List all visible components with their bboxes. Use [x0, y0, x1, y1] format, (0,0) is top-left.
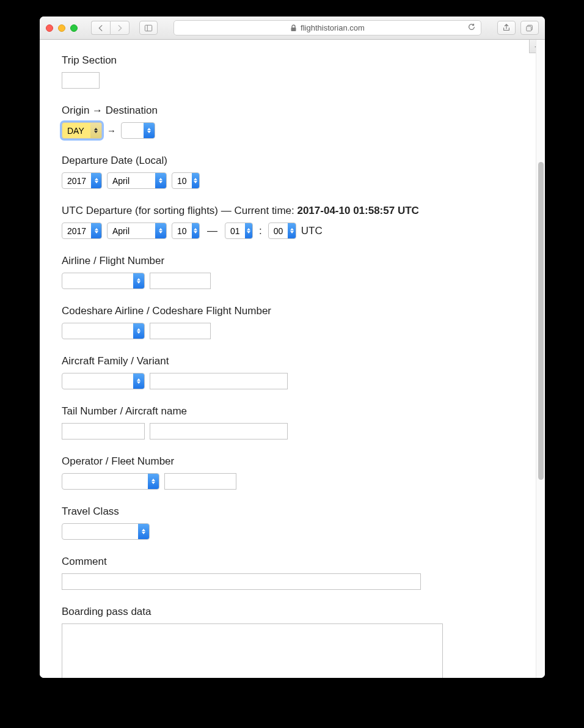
select-stepper-icon [133, 323, 144, 339]
svg-rect-0 [145, 25, 151, 31]
utc-tz-label: UTC [301, 225, 323, 237]
minimize-window-button[interactable] [58, 24, 65, 32]
boarding-pass-field: Boarding pass data [62, 606, 514, 678]
flight-number-input[interactable] [150, 273, 211, 289]
trip-section-label: Trip Section [62, 54, 514, 67]
comment-label: Comment [62, 556, 514, 568]
chevron-left-icon [97, 24, 105, 32]
departure-day-select[interactable]: 10 [172, 172, 200, 189]
chevron-right-icon [115, 24, 124, 32]
utc-departure-field: UTC Departure (for sorting flights) — Cu… [62, 205, 514, 239]
trip-section-field: Trip Section [62, 54, 514, 89]
select-stepper-icon [288, 223, 295, 238]
window-controls [46, 24, 78, 32]
travel-class-field: Travel Class [62, 506, 514, 540]
aircraft-label: Aircraft Family / Variant [62, 355, 514, 367]
trip-section-input[interactable] [62, 72, 100, 89]
aircraft-variant-input[interactable] [150, 373, 288, 389]
aircraft-name-input[interactable] [150, 423, 288, 439]
operator-label: Operator / Fleet Number [62, 455, 514, 468]
utc-day-select[interactable]: 10 [172, 222, 200, 239]
operator-select[interactable] [62, 473, 159, 490]
tail-number-input[interactable] [62, 423, 145, 439]
codeshare-label: Codeshare Airline / Codeshare Flight Num… [62, 305, 514, 317]
page-content: Trip Section Origin → Destination DAY → [40, 40, 536, 678]
tabs-button[interactable] [520, 21, 539, 35]
scrollbar-thumb[interactable] [538, 162, 544, 480]
reload-button[interactable] [467, 23, 476, 33]
airline-label: Airline / Flight Number [62, 255, 514, 267]
aircraft-family-select[interactable] [62, 373, 145, 389]
tail-field: Tail Number / Aircraft name [62, 405, 514, 439]
airline-select[interactable] [62, 273, 145, 289]
scrollbar-track[interactable] [536, 40, 545, 678]
select-stepper-icon [148, 474, 159, 489]
nav-buttons [91, 21, 130, 35]
reload-icon [467, 23, 476, 31]
airline-field: Airline / Flight Number [62, 255, 514, 289]
departure-month-select[interactable]: April [107, 172, 167, 189]
lock-icon [290, 24, 297, 32]
toolbar-right [497, 21, 539, 35]
arrow-right-icon: → [107, 125, 116, 136]
svg-rect-2 [291, 28, 296, 31]
codeshare-field: Codeshare Airline / Codeshare Flight Num… [62, 305, 514, 339]
select-stepper-icon [90, 123, 101, 138]
sidebar-icon [144, 24, 153, 32]
select-stepper-icon [138, 524, 149, 539]
url-host-text: flighthistorian.com [301, 23, 365, 32]
utc-year-select[interactable]: 2017 [62, 222, 102, 239]
colon-separator: : [258, 225, 263, 237]
titlebar: flighthistorian.com + [40, 17, 545, 40]
travel-class-select[interactable] [62, 523, 150, 540]
travel-class-label: Travel Class [62, 506, 514, 518]
departure-local-label: Departure Date (Local) [62, 155, 514, 167]
utc-departure-label: UTC Departure (for sorting flights) — Cu… [62, 205, 514, 217]
comment-input[interactable] [62, 573, 421, 590]
utc-hour-select[interactable]: 01 [225, 222, 253, 239]
select-stepper-icon [155, 173, 166, 188]
codeshare-number-input[interactable] [150, 323, 211, 339]
select-stepper-icon [91, 223, 101, 238]
comment-field: Comment [62, 556, 514, 590]
select-stepper-icon [192, 223, 199, 238]
utc-minute-select[interactable]: 00 [268, 222, 296, 239]
boarding-pass-textarea[interactable] [62, 623, 443, 678]
svg-rect-4 [527, 26, 531, 31]
origin-value: DAY [62, 126, 90, 136]
dash-separator: — [205, 225, 220, 237]
select-stepper-icon [133, 373, 144, 389]
tail-label: Tail Number / Aircraft name [62, 405, 514, 417]
sidebar-toggle-button[interactable] [139, 21, 158, 35]
share-button[interactable] [497, 21, 516, 35]
address-bar[interactable]: flighthistorian.com [173, 20, 481, 35]
select-stepper-icon [91, 173, 101, 188]
departure-local-field: Departure Date (Local) 2017 April 10 [62, 155, 514, 189]
browser-window: flighthistorian.com + Trip Section [40, 17, 545, 678]
fullscreen-window-button[interactable] [70, 24, 78, 32]
select-stepper-icon [144, 123, 155, 138]
select-stepper-icon [155, 223, 166, 238]
boarding-pass-label: Boarding pass data [62, 606, 514, 618]
departure-year-select[interactable]: 2017 [62, 172, 102, 189]
forward-button[interactable] [110, 21, 130, 35]
tabs-icon [525, 24, 534, 32]
aircraft-field: Aircraft Family / Variant [62, 355, 514, 389]
close-window-button[interactable] [46, 24, 53, 32]
route-field: Origin → Destination DAY → [62, 105, 514, 139]
codeshare-airline-select[interactable] [62, 323, 145, 339]
fleet-number-input[interactable] [164, 473, 236, 490]
utc-month-select[interactable]: April [107, 222, 167, 239]
select-stepper-icon [192, 173, 199, 188]
destination-select[interactable] [121, 122, 155, 139]
select-stepper-icon [245, 223, 252, 238]
origin-select[interactable]: DAY [62, 122, 102, 139]
operator-field: Operator / Fleet Number [62, 455, 514, 490]
current-time-value: 2017-04-10 01:58:57 UTC [297, 205, 418, 216]
route-label: Origin → Destination [62, 105, 514, 117]
back-button[interactable] [91, 21, 110, 35]
share-icon [502, 24, 511, 32]
select-stepper-icon [133, 273, 144, 289]
